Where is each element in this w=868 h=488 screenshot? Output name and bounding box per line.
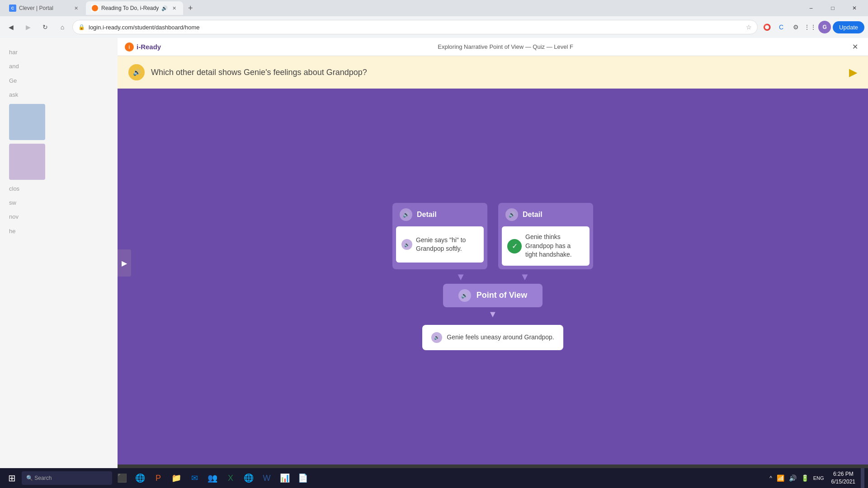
correct-check: ✓ xyxy=(507,239,522,253)
content-wrapper: har and Ge ask clos sw nov he ▶ i i-R xyxy=(0,38,868,488)
iready-tab-close[interactable]: ✕ xyxy=(170,5,178,12)
conclusion-speaker-button[interactable]: 🔊 xyxy=(431,332,442,343)
home-button[interactable]: ⌂ xyxy=(55,20,70,34)
story-image-1 xyxy=(9,104,45,140)
taskbar-icon-edge[interactable]: 🌐 xyxy=(132,470,148,486)
address-bar[interactable]: 🔒 login.i-ready.com/student/dashboard/ho… xyxy=(72,20,758,34)
detail-1-header: 🔊 Detail xyxy=(392,203,487,226)
story-text-7: nov xyxy=(9,211,108,222)
story-image-2 xyxy=(9,144,45,180)
taskbar-icon-mail[interactable]: ✉ xyxy=(186,470,203,486)
address-text: login.i-ready.com/student/dashboard/home xyxy=(89,24,742,31)
detail-box-2: 🔊 Detail ✓ Genie thinks Grandpop has a t… xyxy=(498,203,593,269)
clever-tab-close[interactable]: ✕ xyxy=(72,5,80,12)
taskbar: ⊞ 🔍 Search ⬛ 🌐 P 📁 ✉ 👥 X 🌐 W 📊 📄 ^ 📶 🔊 🔋… xyxy=(0,468,868,488)
expand-panel-button[interactable]: ▶ xyxy=(118,249,131,277)
diagram-area: 🔊 Detail 🔊 Genie says "hi" to Grandpop s… xyxy=(118,89,868,465)
detail-1-content-speaker[interactable]: 🔊 xyxy=(401,239,412,250)
taskbar-icon-pdf[interactable]: 📄 xyxy=(295,470,311,486)
browser-chrome: C Clever | Portal ✕ Reading To Do, i-Rea… xyxy=(0,0,868,38)
story-text-6: sw xyxy=(9,197,108,208)
arrow-left: ▼ xyxy=(456,272,466,282)
taskbar-icon-word[interactable]: W xyxy=(259,470,275,486)
pov-label: Point of View xyxy=(476,291,528,300)
forward-button[interactable]: ▶ xyxy=(21,20,35,34)
task-view-button[interactable]: ⬛ xyxy=(114,470,130,486)
show-hidden-icons[interactable]: ^ xyxy=(768,473,774,483)
new-tab-button[interactable]: + xyxy=(184,2,197,14)
modal-header: i i-Ready Exploring Narrative Point of V… xyxy=(118,38,868,56)
clock[interactable]: 6:26 PM 6/15/2021 xyxy=(828,470,859,486)
detail-1-speaker-button[interactable]: 🔊 xyxy=(400,208,412,221)
maximize-button[interactable]: □ xyxy=(823,0,843,16)
back-button[interactable]: ◀ xyxy=(4,20,18,34)
iready-logo: i i-Ready xyxy=(125,42,161,52)
detail-1-header-text: Detail xyxy=(417,211,437,219)
arrows-row: ▼ ▼ xyxy=(456,272,530,282)
taskbar-icon-explorer[interactable]: 📁 xyxy=(168,470,184,486)
tab-iready[interactable]: Reading To Do, i-Ready 🔊 ✕ xyxy=(86,1,183,15)
modal-close-button[interactable]: ✕ xyxy=(850,42,861,52)
battery-icon[interactable]: 🔋 xyxy=(799,473,811,483)
tab-clever[interactable]: C Clever | Portal ✕ xyxy=(4,1,85,15)
notification-icons: ^ 📶 🔊 🔋 ENG xyxy=(768,473,826,483)
extension-icon-4[interactable]: ⋮⋮ xyxy=(804,21,816,33)
reload-button[interactable]: ↻ xyxy=(38,20,52,34)
main-content: har and Ge ask clos sw nov he ▶ i i-R xyxy=(0,38,868,488)
story-text-8: he xyxy=(9,226,108,236)
extension-icon-1[interactable]: ⭕ xyxy=(760,21,773,33)
taskbar-icon-excel[interactable]: X xyxy=(222,470,239,486)
question-arrow: ▶ xyxy=(849,66,857,79)
logo-text: i-Ready xyxy=(137,43,161,51)
detail-2-header-text: Detail xyxy=(523,211,542,219)
tab-bar: C Clever | Portal ✕ Reading To Do, i-Rea… xyxy=(0,0,868,16)
svg-text:i: i xyxy=(129,45,130,50)
update-button[interactable]: Update xyxy=(833,21,864,33)
question-speaker-button[interactable]: 🔊 xyxy=(128,64,145,80)
iready-favicon xyxy=(91,5,99,12)
volume-icon[interactable]: 🔊 xyxy=(787,473,798,483)
toolbar-icons: ⭕ C ⚙ ⋮⋮ G Update xyxy=(760,21,864,33)
detail-2-content: ✓ Genie thinks Grandpop has a tight hand… xyxy=(502,226,590,266)
detail-2-header: 🔊 Detail xyxy=(498,203,593,226)
taskbar-icon-calc[interactable]: 📊 xyxy=(277,470,293,486)
clever-tab-label: Clever | Portal xyxy=(19,5,53,11)
search-bar[interactable]: 🔍 Search xyxy=(22,471,112,485)
taskbar-icon-powerpoint[interactable]: P xyxy=(150,470,166,486)
conclusion-box: 🔊 Genie feels uneasy around Grandpop. xyxy=(422,325,563,350)
taskbar-icon-chrome[interactable]: 🌐 xyxy=(241,470,257,486)
svg-point-0 xyxy=(92,5,98,11)
language-indicator: ENG xyxy=(811,474,826,483)
arrow-right: ▼ xyxy=(520,272,530,282)
network-icon[interactable]: 📶 xyxy=(775,473,786,483)
minimize-button[interactable]: – xyxy=(801,0,821,16)
profile-avatar[interactable]: G xyxy=(818,21,831,33)
show-desktop-button[interactable] xyxy=(861,468,864,488)
lock-icon: 🔒 xyxy=(78,24,85,30)
taskbar-icon-teams[interactable]: 👥 xyxy=(204,470,221,486)
extension-icon-3[interactable]: ⚙ xyxy=(789,21,802,33)
start-button[interactable]: ⊞ xyxy=(4,470,20,486)
pov-speaker-button[interactable]: 🔊 xyxy=(458,289,471,302)
detail-1-text: Genie says "hi" to Grandpop softly. xyxy=(416,236,478,253)
address-bar-row: ◀ ▶ ↻ ⌂ 🔒 login.i-ready.com/student/dash… xyxy=(0,16,868,38)
diagram-container: 🔊 Detail 🔊 Genie says "hi" to Grandpop s… xyxy=(392,203,593,350)
detail-row: 🔊 Detail 🔊 Genie says "hi" to Grandpop s… xyxy=(392,203,593,269)
bookmark-icon[interactable]: ☆ xyxy=(746,23,752,31)
point-of-view-box: 🔊 Point of View xyxy=(443,284,542,307)
detail-2-speaker-button[interactable]: 🔊 xyxy=(505,208,518,221)
tab-speaker-icon: 🔊 xyxy=(161,5,168,11)
window-controls: – □ ✕ xyxy=(801,0,864,16)
modal-title-text: Exploring Narrative Point of View — Quiz… xyxy=(438,43,573,50)
detail-2-text: Genie thinks Grandpop has a tight handsh… xyxy=(525,233,584,259)
story-text-5: clos xyxy=(9,183,108,194)
clock-date: 6/15/2021 xyxy=(831,478,855,486)
detail-1-content: 🔊 Genie says "hi" to Grandpop softly. xyxy=(396,226,484,263)
extension-icon-2[interactable]: C xyxy=(775,21,788,33)
left-panel: har and Ge ask clos sw nov he xyxy=(0,38,118,488)
close-button[interactable]: ✕ xyxy=(844,0,864,16)
story-text-3: Ge xyxy=(9,75,108,86)
pov-arrow: ▼ xyxy=(488,309,497,319)
story-text-1: har xyxy=(9,47,108,57)
question-banner: 🔊 Which other detail shows Genie's feeli… xyxy=(118,56,868,89)
